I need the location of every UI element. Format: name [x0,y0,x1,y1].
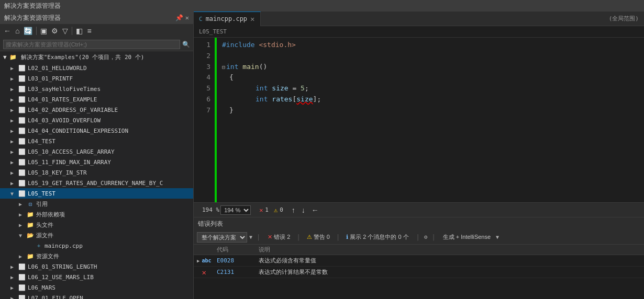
item-label: L04_TEST [28,138,55,145]
sidebar-item-ref[interactable]: ▶ ⊡ 引用 [0,199,193,209]
toolbar-separator-4: | [416,234,420,241]
sidebar-item-resource-files[interactable]: ▶ 📁 资源文件 [0,251,193,261]
folder-icon: 📁 [26,252,35,260]
cpp-icon: + [35,242,43,250]
editor-area: C maincpp.cpp ✕ (全局范围) L05_TEST 1 2 3 4 … [194,12,644,299]
sidebar-item-header-files[interactable]: ▶ 📁 头文件 [0,220,193,230]
sidebar-item-L06_MARS[interactable]: ▶ ⬜ L06_MARS [0,282,193,293]
col-header-desc: 说明 [257,246,644,254]
close-icon[interactable]: ✕ [185,14,189,21]
bottom-panel: 194 % 194 % 100 % ✕ 1 ⚠ 0 ↑ ↓ ← [194,202,644,299]
toolbar-separator-3: | [336,234,340,241]
warning-icon: ⚠ [307,234,312,240]
code-line-5: int size = 5 ; [222,83,639,94]
sidebar-item-L06_01[interactable]: ▶ ⬜ L06_01_STRING_LENGTH [0,261,193,272]
sidebar-item-source-files[interactable]: ▼ 📂 源文件 [0,230,193,240]
error-list-header: 错误列表 [194,217,644,230]
sidebar-item-L04_04[interactable]: ▶ ⬜ L04_04_CONDITIONAL_EXPRESSION [0,125,193,136]
solution-collapse-arrow[interactable]: ▼ [3,54,7,61]
back-button[interactable]: ← [2,27,13,35]
warning-filter-button[interactable]: ⚠ 警告 0 [304,233,333,242]
item-label: 资源文件 [36,252,59,260]
info-icon: ℹ [346,234,348,240]
tab-label: maincpp.cpp [206,15,247,22]
item-label: 源文件 [36,232,53,239]
parens: () [259,62,268,73]
code-content[interactable]: #include <stdio.h> ⊟ int main () [217,38,644,202]
new-solution-button[interactable]: ▣ [39,27,49,35]
code-line-1: #include <stdio.h> [222,40,639,51]
sidebar-item-L04_03[interactable]: ▶ ⬜ L04_03_AVOID_OVERFLOW [0,115,193,125]
int-keyword-2: int [256,83,268,94]
sidebar-item-L03_01_PRINTF[interactable]: ▶ ⬜ L03_01_PRINTF [0,73,193,84]
collapse-icon[interactable]: ⊟ [222,63,225,72]
close-brace: } [229,105,234,116]
sidebar-item-L04_02[interactable]: ▶ ⬜ L04_02_ADDRESS_OF_VARIABLE [0,105,193,115]
error-table: 代码 说明 ▶ abc E0028 表达式必须含有常量值 ▶ ✕ [194,245,644,299]
line-numbers: 1 2 3 4 5 6 7 [194,38,215,202]
item-label: L07_01_FILE_OPEN [28,295,83,300]
size-var: size [272,83,288,94]
sidebar-item-L05_TEST[interactable]: ▼ ⬜ L05_TEST [0,188,193,199]
zoom-value: 194 % [202,206,219,213]
sync-button[interactable]: 🔄 [22,27,34,35]
sidebar-item-L05_11[interactable]: ▶ ⬜ L05_11_FIND_MAX_IN_ARRAY [0,157,193,167]
error-type-icon-1: abc [202,258,211,263]
error-row-C2131[interactable]: ▶ ✕ C2131 表达式的计算结果不是常数 [194,267,644,278]
item-label: L05_10_ACCESS_LARGE_ARRAY [28,148,115,155]
arrow-icon: ▶ [10,159,18,165]
properties-button[interactable]: ≡ [85,27,93,35]
error-filter-button[interactable]: ✕ 错误 2 [264,233,293,242]
item-label: L04_03_AVOID_OVERFLOW [28,117,101,124]
sidebar-item-L05_19[interactable]: ▶ ⬜ L05_19_GET_RATES_AND_CURRENCY_NAME_B… [0,178,193,188]
settings-button[interactable]: ⚙ [50,27,60,35]
sidebar-item-external-deps[interactable]: ▶ 📁 外部依赖项 [0,209,193,220]
project-icon: ⬜ [18,273,26,281]
tab-right-controls: (全局范围) [599,15,644,22]
toolbar-separator-2: | [296,234,300,241]
scope-dropdown[interactable]: 整个解决方案 [197,232,247,243]
zoom-select[interactable]: 194 % 100 % [220,205,251,215]
info-filter-button[interactable]: ℹ 展示 2 个消息中的 0 个 [343,233,412,242]
sidebar-item-maincpp[interactable]: ▶ + maincpp.cpp [0,240,193,251]
preview-button[interactable]: ◧ [74,27,84,35]
ref-icon: ⊡ [26,200,35,208]
arrow-icon: ▶ [10,97,18,102]
error-code-2: C2131 [215,269,257,275]
error-status: ✕ 1 ⚠ 0 [259,206,283,214]
sidebar-item-L04_01[interactable]: ▶ ⬜ L04_01_RATES_EXAMPLE [0,94,193,105]
sidebar-item-L06_12[interactable]: ▶ ⬜ L06_12_USE_MARS_LIB [0,272,193,282]
filter-button[interactable]: ▽ [61,27,70,35]
sidebar-toolbar: ← ⌂ 🔄 ▣ ⚙ ▽ ◧ ≡ [0,24,193,38]
item-label: L05_19_GET_RATES_AND_CURRENCY_NAME_BY_C [28,180,163,187]
scroll-down-button[interactable]: ↓ [299,205,307,215]
sidebar-item-L05_10[interactable]: ▶ ⬜ L05_10_ACCESS_LARGE_ARRAY [0,146,193,157]
tab-icon: C [199,16,203,22]
search-input[interactable] [3,40,180,49]
arrow-icon: ▶ [10,264,18,270]
sidebar-item-L03_sayHello[interactable]: ▶ ⬜ L03_sayHelloFiveTimes [0,84,193,94]
folder-open-icon: 📂 [26,231,35,239]
code-line-7: } [222,105,639,116]
item-label: L02_01_HELLOWORLD [28,65,87,72]
error-row-E0028[interactable]: ▶ abc E0028 表达式必须含有常量值 [194,255,644,267]
sidebar-item-L07_01[interactable]: ▶ ⬜ L07_01_FILE_OPEN [0,293,193,299]
home-button[interactable]: ⌂ [14,27,21,35]
generate-intellisense-button[interactable]: 生成 + IntelliSense [440,233,494,242]
error-count-label: 错误 2 [274,233,290,241]
project-icon: ⬜ [18,179,26,187]
pin-icon[interactable]: 📌 [175,14,183,21]
tab-maincpp[interactable]: C maincpp.cpp ✕ [194,12,261,26]
sidebar-item-L04_TEST[interactable]: ▶ ⬜ L04_TEST [0,136,193,146]
scroll-up-button[interactable]: ↑ [290,205,297,215]
scroll-left-button[interactable]: ← [309,205,321,215]
include-file: <stdio.h> [259,40,295,51]
line-num-5: 5 [194,83,210,94]
project-icon: ⬜ [18,283,26,292]
item-label: 引用 [36,200,48,208]
tab-close-button[interactable]: ✕ [250,15,254,23]
sidebar-item-L05_18[interactable]: ▶ ⬜ L05_18_KEY_IN_STR [0,167,193,178]
error-status-icon: ✕ [259,206,263,214]
sidebar-item-L02_01_HELLOWORLD[interactable]: ▶ ⬜ L02_01_HELLOWORLD [0,63,193,73]
search-icon[interactable]: 🔍 [182,41,190,48]
